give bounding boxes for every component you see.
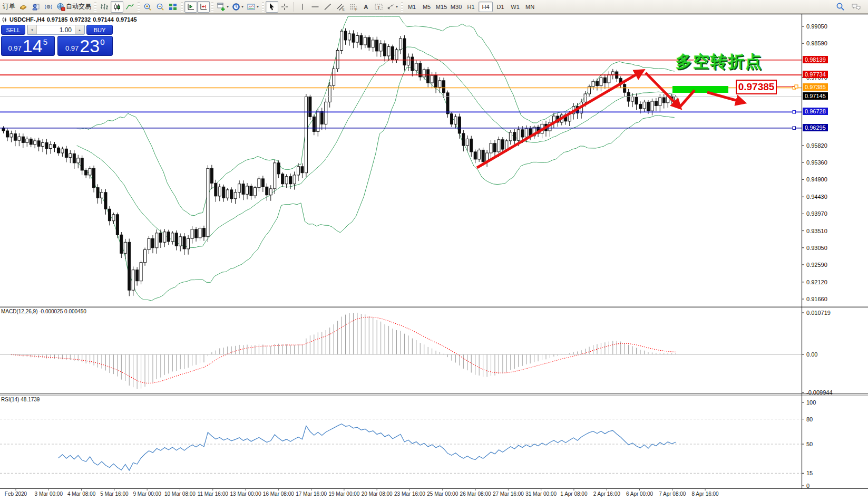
channel-tool-button[interactable]: E [334,1,347,13]
cursor-icon [268,3,276,11]
price-tick: 0.92120 [806,279,827,285]
ohlc-low: 0.97144 [93,16,114,23]
chevron-down-icon[interactable]: ▾ [257,4,259,9]
text-tool-letter: A [364,4,368,10]
crosshair-icon [280,3,289,11]
main-toolbar: 订单 自动交易 [0,0,868,14]
toolbar-grip [94,2,96,12]
label-tool-button[interactable]: T [372,1,385,13]
rsi-label: RSI(14) 48.1739 [1,397,40,402]
price-tick: 0.91660 [806,296,827,302]
timeframe-M1[interactable]: M1 [405,2,419,12]
auto-scroll-icon [187,3,195,11]
macd-histogram [11,313,676,389]
autotrading-button[interactable]: 自动交易 [55,1,93,13]
price-tick: 0.94430 [806,194,827,200]
time-label: 16 Mar 08:00 [263,491,294,497]
alerts-button[interactable] [42,1,55,13]
toolbar-grip [211,2,213,12]
chart-shift-button[interactable] [197,1,210,13]
chevron-down-icon[interactable]: ▾ [241,4,243,9]
chat-bubbles-icon [851,3,861,11]
time-label: 20 Mar 08:00 [362,491,393,497]
toolbar-grip [262,2,264,12]
price-callout-label[interactable]: 0.97385 [736,80,777,94]
volume-increase-button[interactable]: ▴ [75,25,84,34]
search-button[interactable] [834,1,846,13]
macd-label: MACD(12,26,9) -0.000025 0.000450 [1,309,86,314]
tile-windows-button[interactable] [167,1,179,13]
macd-axis-tick: -0.009944 [806,389,833,396]
sell-price-big: 14 [23,38,43,54]
price-level-label: 0.97145 [803,92,828,100]
candlestick-icon [113,3,121,11]
timeframe-H1[interactable]: H1 [464,2,478,12]
highlight-box[interactable] [672,86,728,93]
symbol-header: USDCHF-,H4 0.97185 0.97232 0.97144 0.971… [2,16,137,23]
periods-button[interactable]: ▾ [230,1,245,13]
trendline-tool-button[interactable] [321,1,334,13]
template-icon [247,3,256,11]
trend-bounce-line[interactable] [679,90,695,108]
text-tool-button[interactable]: A [359,1,372,13]
timeframe-M30[interactable]: M30 [449,2,463,12]
time-label: Feb 2020 [5,491,27,497]
news-icon [32,3,40,11]
buy-button[interactable]: BUY [86,25,113,35]
tile-windows-icon [169,3,177,11]
timeframe-W1[interactable]: W1 [508,2,522,12]
broadcast-icon [44,3,53,11]
trend-arrow-up[interactable] [477,71,642,168]
history-center-button[interactable] [17,1,30,13]
new-chart-button[interactable]: ▾ [215,1,230,13]
time-label: 31 Mar 00:00 [525,491,557,497]
sell-price-box[interactable]: 0.97 14 5 [1,36,55,56]
horizontal-line-tool-button[interactable] [309,1,321,13]
rsi-value: 48.1739 [21,397,40,402]
time-label: 4 Mar 08:00 [67,491,95,497]
fibonacci-tool-button[interactable]: F [347,1,359,13]
sell-button[interactable]: SELL [1,25,25,35]
fibonacci-letter: F [355,7,357,11]
chat-button[interactable] [850,1,863,13]
chinese-annotation-text[interactable]: 多空转折点 [676,51,763,73]
cursor-tool-button[interactable] [266,1,278,13]
bar-chart-mode-button[interactable] [98,1,111,13]
buy-price-box[interactable]: 0.97 23 0 [57,36,113,56]
timeframe-D1[interactable]: D1 [493,2,508,12]
trendline-icon [324,3,332,11]
auto-scroll-button[interactable] [184,1,197,13]
time-label: 6 Apr 00:00 [626,491,653,497]
chart-canvas[interactable] [0,0,868,500]
crosshair-tool-button[interactable] [278,1,291,13]
chevron-down-icon[interactable]: ▾ [396,4,398,9]
vertical-line-tool-button[interactable] [296,1,309,13]
arrows-tool-button[interactable]: ▾ [385,1,399,13]
news-button[interactable] [30,1,42,13]
timeframe-MN[interactable]: MN [523,2,537,12]
ohlc-high: 0.97232 [70,16,91,23]
timeframe-H4[interactable]: H4 [479,2,493,12]
price-tick: 0.99050 [806,23,827,30]
timeframe-M15[interactable]: M15 [434,2,448,12]
sell-price-prefix: 0.97 [8,44,22,52]
symbol-title: USDCHF-,H4 [9,16,45,23]
volume-input[interactable]: 1.00 [37,25,75,34]
zoom-in-button[interactable] [141,1,154,13]
new-order-button[interactable]: 订单 [1,1,17,13]
channel-letter: E [342,7,345,11]
rsi-axis-tick: 50 [806,441,813,447]
volume-decrease-button[interactable]: ▾ [27,25,37,34]
time-label: 9 Mar 00:00 [133,491,161,497]
toolbar-separator [293,2,294,12]
zoom-out-button[interactable] [154,1,167,13]
candlestick-mode-button[interactable] [111,1,123,13]
templates-button[interactable]: ▾ [245,1,260,13]
price-tick: 0.92590 [806,262,827,268]
timeframe-group: M1M5M15M30H1H4D1W1MN [405,2,537,12]
timeframe-M5[interactable]: M5 [420,2,434,12]
line-chart-icon [125,3,134,11]
line-chart-mode-button[interactable] [123,1,136,13]
chevron-down-icon[interactable]: ▾ [227,4,229,9]
macd-axis-tick: 0.010719 [806,310,831,316]
